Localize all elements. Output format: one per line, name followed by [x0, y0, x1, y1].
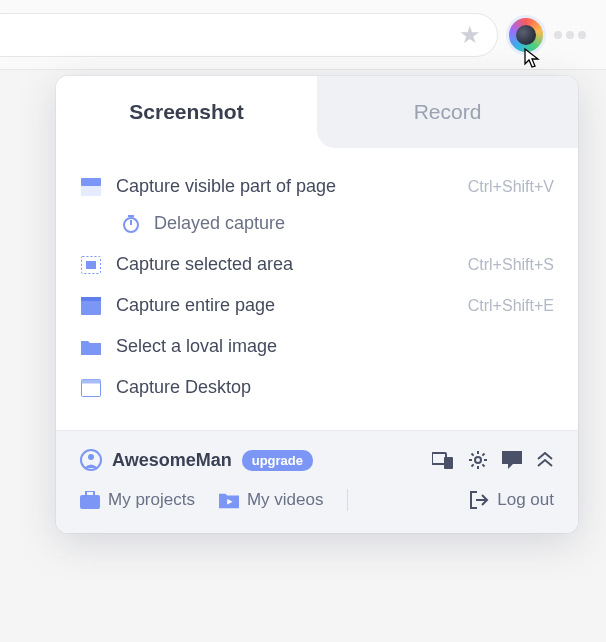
video-folder-icon	[219, 491, 239, 509]
svg-point-10	[88, 454, 94, 460]
tab-screenshot-label: Screenshot	[129, 100, 243, 124]
svg-rect-15	[86, 491, 94, 496]
my-videos-label: My videos	[247, 490, 324, 510]
address-bar[interactable]: ★	[0, 13, 498, 57]
username-label: AwesomeMan	[112, 450, 232, 471]
user-avatar-icon	[80, 449, 102, 471]
selection-icon	[80, 255, 102, 275]
screenshot-menu: Capture visible part of page Ctrl+Shift+…	[56, 148, 578, 430]
my-videos-link[interactable]: My videos	[219, 490, 324, 510]
devices-icon[interactable]	[432, 450, 454, 470]
my-projects-label: My projects	[108, 490, 195, 510]
select-local-label: Select a loval image	[116, 336, 277, 357]
full-page-icon	[80, 296, 102, 316]
extension-icon[interactable]	[506, 15, 546, 55]
capture-entire-item[interactable]: Capture entire page Ctrl+Shift+E	[80, 285, 554, 326]
capture-selected-label: Capture selected area	[116, 254, 293, 275]
tab-record[interactable]: Record	[317, 76, 578, 148]
svg-rect-11	[432, 453, 446, 464]
capture-visible-shortcut: Ctrl+Shift+V	[468, 178, 554, 196]
svg-rect-8	[82, 379, 101, 383]
camera-lens-icon	[516, 25, 536, 45]
logout-link[interactable]: Log out	[469, 490, 554, 510]
svg-rect-6	[81, 297, 101, 301]
tab-record-label: Record	[414, 100, 482, 124]
svg-rect-4	[86, 261, 96, 269]
capture-visible-label: Capture visible part of page	[116, 176, 336, 197]
page-top-icon	[80, 177, 102, 197]
capture-entire-shortcut: Ctrl+Shift+E	[468, 297, 554, 315]
gear-icon[interactable]	[468, 450, 488, 470]
capture-desktop-item[interactable]: Capture Desktop	[80, 367, 554, 408]
capture-visible-item[interactable]: Capture visible part of page Ctrl+Shift+…	[80, 166, 554, 207]
svg-rect-14	[80, 495, 100, 509]
logout-label: Log out	[497, 490, 554, 510]
capture-selected-item[interactable]: Capture selected area Ctrl+Shift+S	[80, 244, 554, 285]
window-icon	[80, 378, 102, 398]
collapse-icon[interactable]	[536, 450, 554, 470]
browser-toolbar: ★	[0, 0, 606, 70]
folder-icon	[80, 337, 102, 357]
capture-entire-label: Capture entire page	[116, 295, 275, 316]
tab-screenshot[interactable]: Screenshot	[56, 76, 317, 148]
select-local-item[interactable]: Select a loval image	[80, 326, 554, 367]
logout-icon	[469, 491, 489, 509]
capture-desktop-label: Capture Desktop	[116, 377, 251, 398]
delayed-capture-item[interactable]: Delayed capture	[80, 207, 554, 244]
chat-icon[interactable]	[502, 450, 522, 470]
capture-selected-shortcut: Ctrl+Shift+S	[468, 256, 554, 274]
footer-divider	[347, 489, 348, 511]
timer-icon	[120, 214, 142, 234]
svg-rect-12	[444, 457, 453, 469]
delayed-capture-label: Delayed capture	[154, 213, 285, 234]
briefcase-icon	[80, 491, 100, 509]
popup-footer: AwesomeMan upgrade	[56, 430, 578, 533]
svg-rect-1	[81, 178, 101, 186]
my-projects-link[interactable]: My projects	[80, 490, 195, 510]
browser-menu-dots[interactable]	[554, 31, 594, 39]
bookmark-star-icon[interactable]: ★	[459, 21, 481, 49]
svg-point-13	[475, 457, 481, 463]
extension-popup: Screenshot Record Capture visible part o…	[56, 76, 578, 533]
tab-bar: Screenshot Record	[56, 76, 578, 148]
upgrade-badge[interactable]: upgrade	[242, 450, 313, 471]
